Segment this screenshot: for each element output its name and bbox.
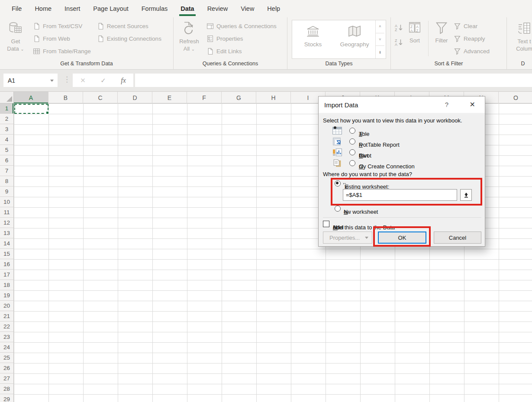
option-new-worksheet[interactable]: New worksheet <box>335 206 344 212</box>
option-table[interactable]: Table <box>332 125 359 136</box>
row-header-21[interactable]: 21 <box>0 311 13 322</box>
tab-file[interactable]: File <box>5 0 28 17</box>
selected-cell-a1[interactable] <box>14 104 48 114</box>
queries-connections-button[interactable]: Queries & Connections <box>206 20 277 32</box>
tab-data[interactable]: Data <box>174 0 200 17</box>
text-to-columns-button[interactable]: Text t Colum <box>512 20 532 52</box>
tab-page-layout[interactable]: Page Layout <box>87 0 135 17</box>
ribbon-tabs: FileHomeInsertPage LayoutFormulasDataRev… <box>0 0 532 17</box>
sort-ascending-icon[interactable] <box>394 23 403 32</box>
row-header-19[interactable]: 19 <box>0 290 13 301</box>
existing-connections-button[interactable]: Existing Connections <box>97 32 161 45</box>
row-header-13[interactable]: 13 <box>0 228 13 238</box>
row-header-15[interactable]: 15 <box>0 249 13 259</box>
row-header-11[interactable]: 11 <box>0 207 13 218</box>
radio-existing-worksheet[interactable] <box>335 180 341 187</box>
row-header-24[interactable]: 24 <box>0 342 13 353</box>
row-header-22[interactable]: 22 <box>0 322 13 332</box>
radio-table[interactable] <box>349 128 355 134</box>
name-box[interactable]: A1 <box>3 74 58 87</box>
stocks-button[interactable]: Stocks <box>292 20 334 58</box>
row-header-8[interactable]: 8 <box>0 176 13 187</box>
row-header-17[interactable]: 17 <box>0 270 13 280</box>
properties-button[interactable]: Properties <box>206 32 277 45</box>
row-header-28[interactable]: 28 <box>0 384 13 394</box>
row-header-26[interactable]: 26 <box>0 363 13 373</box>
row-header-27[interactable]: 27 <box>0 373 13 384</box>
row-header-20[interactable]: 20 <box>0 301 13 311</box>
formula-input[interactable] <box>135 74 532 87</box>
row-header-4[interactable]: 4 <box>0 135 13 145</box>
add-to-data-model-option[interactable]: Add this data to the Data Model <box>323 221 333 227</box>
column-header-f[interactable]: F <box>187 92 222 103</box>
tab-view[interactable]: View <box>234 0 261 17</box>
tab-home[interactable]: Home <box>28 0 58 17</box>
chevron-down-icon[interactable] <box>50 80 54 82</box>
close-icon[interactable]: ✕ <box>470 100 475 109</box>
option-existing-worksheet[interactable]: Existing worksheet: <box>335 180 345 187</box>
scroll-up-icon: ˄ <box>376 20 384 33</box>
row-header-9[interactable]: 9 <box>0 187 13 197</box>
column-header-h[interactable]: H <box>256 92 291 103</box>
row-header-6[interactable]: 6 <box>0 155 13 166</box>
column-header-e[interactable]: E <box>152 92 187 103</box>
column-header-o[interactable]: O <box>499 92 532 103</box>
row-header-3[interactable]: 3 <box>0 124 13 135</box>
row-header-2[interactable]: 2 <box>0 114 13 124</box>
row-header-7[interactable]: 7 <box>0 166 13 176</box>
range-input[interactable]: =$A$1 <box>343 189 457 201</box>
data-model-checkbox[interactable] <box>323 221 329 227</box>
reapply-filter-button[interactable]: Reapply <box>454 32 490 45</box>
help-button[interactable]: ? <box>445 101 448 108</box>
radio-pivottable[interactable] <box>349 138 355 145</box>
sort-button[interactable]: Sort <box>405 20 425 44</box>
row-header-23[interactable]: 23 <box>0 332 13 342</box>
clear-filter-button[interactable]: Clear <box>454 20 490 32</box>
row-header-18[interactable]: 18 <box>0 280 13 290</box>
formula-bar: A1 ⋮ ✕ ✓ fx <box>0 70 532 92</box>
row-header-12[interactable]: 12 <box>0 218 13 228</box>
option-only-create-connection[interactable]: Only Create Connection <box>332 158 359 168</box>
advanced-filter-button[interactable]: Advanced <box>454 45 490 58</box>
row-header-25[interactable]: 25 <box>0 353 13 363</box>
row-header-29[interactable]: 29 <box>0 394 13 402</box>
row-header-14[interactable]: 14 <box>0 238 13 249</box>
row-header-1[interactable]: 1 <box>0 103 13 114</box>
properties-dialog-button[interactable]: Properties... <box>323 232 372 244</box>
recent-sources-button[interactable]: Recent Sources <box>97 20 161 32</box>
column-header-a[interactable]: A <box>14 92 48 103</box>
column-header-g[interactable]: G <box>222 92 256 103</box>
from-table-range-button[interactable]: From Table/Range <box>33 45 91 58</box>
column-header-c[interactable]: C <box>83 92 118 103</box>
edit-links-button[interactable]: Edit Links <box>206 45 277 58</box>
insert-function-icon[interactable]: fx <box>121 77 126 84</box>
from-web-button[interactable]: From Web <box>33 32 91 45</box>
get-data-button[interactable]: Get Data ⌄ <box>3 20 28 52</box>
radio-pivotchart[interactable] <box>349 149 355 155</box>
data-types-gallery-scroll[interactable]: ˄ ˅ ⇟ <box>375 20 384 58</box>
option-pivotchart[interactable]: PivotChart <box>332 147 359 158</box>
tab-help[interactable]: Help <box>261 0 287 17</box>
tab-review[interactable]: Review <box>201 0 235 17</box>
filter-button[interactable]: Filter <box>432 20 451 44</box>
cancel-button[interactable]: Cancel <box>434 232 481 244</box>
geography-button[interactable]: Geography <box>334 20 375 58</box>
confirm-entry-icon[interactable]: ✓ <box>100 77 106 84</box>
radio-only-create-connection[interactable] <box>349 160 355 166</box>
column-header-b[interactable]: B <box>48 92 83 103</box>
ok-button[interactable]: OK <box>378 232 426 244</box>
row-header-16[interactable]: 16 <box>0 259 13 270</box>
refresh-all-button[interactable]: Refresh All ⌄ <box>177 20 201 52</box>
option-pivottable-report[interactable]: PivotTable Report <box>332 136 359 147</box>
sort-descending-icon[interactable] <box>394 38 403 47</box>
column-header-d[interactable]: D <box>118 92 152 103</box>
from-text-csv-button[interactable]: From Text/CSV <box>33 20 91 32</box>
select-all-corner[interactable] <box>0 92 14 103</box>
radio-new-worksheet[interactable] <box>335 206 341 212</box>
row-header-10[interactable]: 10 <box>0 197 13 207</box>
row-header-5[interactable]: 5 <box>0 145 13 155</box>
cancel-entry-icon[interactable]: ✕ <box>80 77 86 84</box>
collapse-dialog-button[interactable] <box>460 189 472 201</box>
tab-insert[interactable]: Insert <box>58 0 87 17</box>
tab-formulas[interactable]: Formulas <box>135 0 174 17</box>
